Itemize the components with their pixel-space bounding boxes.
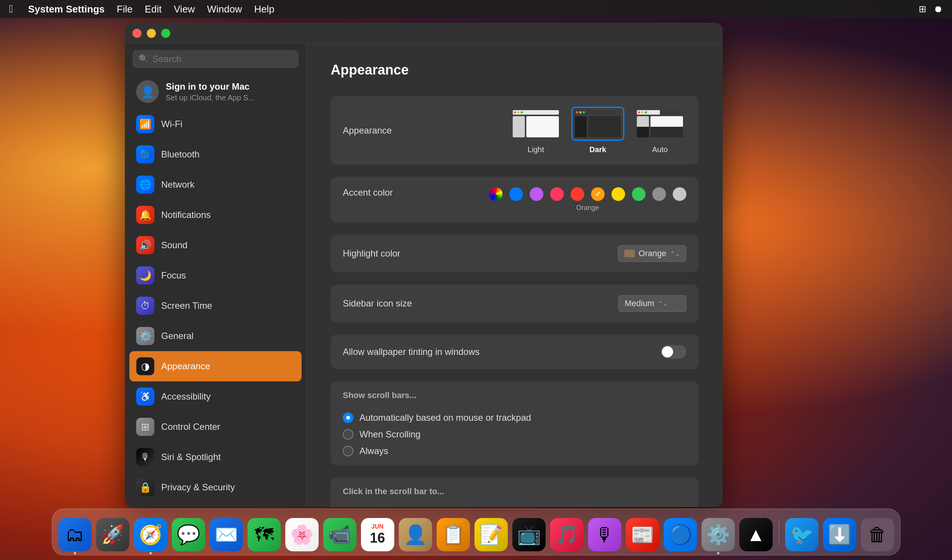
altool-icon: ▲ (747, 524, 765, 546)
mail-icon: ✉️ (215, 524, 238, 546)
dock-item-facetime[interactable]: 📹 (323, 518, 356, 551)
dock-item-systemsettings[interactable]: ⚙️ (702, 518, 735, 551)
dock-item-safari[interactable]: 🧭 (134, 518, 167, 551)
sidebar-icon-size-select[interactable]: Medium ⌃⌄ (618, 295, 686, 312)
dock-item-tweetdeck[interactable]: 🐦 (785, 518, 818, 551)
scrollbars-auto-label: Automatically based on mouse or trackpad (359, 412, 531, 423)
dock-item-messages[interactable]: 💬 (172, 518, 205, 551)
trash-icon: 🗑 (868, 524, 887, 546)
dock-item-reminders[interactable]: 📋 (437, 518, 470, 551)
dock-item-music[interactable]: 🎵 (550, 518, 583, 551)
accent-dot-pink[interactable] (550, 187, 564, 201)
accent-dot-green[interactable] (632, 187, 646, 201)
search-input[interactable] (152, 54, 292, 64)
sidebar-item-wifi[interactable]: 📶 Wi-Fi (129, 109, 302, 139)
scrollbars-auto-option[interactable]: Automatically based on mouse or trackpad (343, 412, 686, 423)
appearance-option-auto[interactable]: Auto (633, 107, 686, 154)
accent-dot-multicolor[interactable] (489, 187, 502, 201)
dock-item-downloads[interactable]: ⬇️ (823, 518, 856, 551)
appearance-option-dark[interactable]: Dark (571, 107, 624, 154)
dock-item-podcasts[interactable]: 🎙 (588, 518, 621, 551)
accent-dot-yellow[interactable] (611, 187, 625, 201)
siri-icon[interactable]: ⏺ (934, 4, 943, 14)
dock-item-photos[interactable]: 🌸 (285, 518, 319, 551)
scrollbars-scrolling-option[interactable]: When Scrolling (343, 429, 686, 440)
sidebar-item-bluetooth[interactable]: 🔵 Bluetooth (129, 139, 302, 170)
accent-dot-blue[interactable] (509, 187, 523, 201)
facetime-icon: 📹 (328, 524, 352, 546)
notifications-icon: 🔔 (136, 206, 154, 224)
accent-selected-label: Orange (576, 204, 599, 212)
appearance-thumb-dark[interactable] (571, 107, 624, 141)
wallpaper-tinting-label: Allow wallpaper tinting in windows (343, 347, 661, 357)
dock-item-news[interactable]: 📰 (626, 518, 659, 551)
app-name-menu[interactable]: System Settings (28, 3, 104, 15)
scrollbars-always-radio[interactable] (343, 446, 353, 456)
music-icon: 🎵 (555, 524, 579, 546)
sidebar-label-privacy: Privacy & Security (161, 482, 235, 493)
dock-item-mail[interactable]: ✉️ (210, 518, 243, 551)
network-icon: 🌐 (136, 176, 154, 194)
search-box[interactable]: 🔍 (132, 50, 299, 68)
edit-menu[interactable]: Edit (145, 3, 162, 15)
appearance-thumb-light[interactable] (509, 107, 562, 141)
dock-item-altool[interactable]: ▲ (739, 518, 773, 551)
sidebar-item-desktop[interactable]: 🖥 Desktop & Dock (129, 502, 302, 507)
sidebar-label-bluetooth: Bluetooth (161, 149, 199, 160)
sidebar-item-privacy[interactable]: 🔒 Privacy & Security (129, 472, 302, 502)
sidebar-item-appearance[interactable]: ◑ Appearance (129, 351, 302, 381)
sidebar-item-accessibility[interactable]: ♿ Accessibility (129, 381, 302, 412)
wallpaper-tinting-toggle[interactable] (661, 345, 686, 359)
accent-dot-silver[interactable] (673, 187, 686, 201)
control-strip-icon[interactable]: ⊞ (919, 4, 926, 14)
dock-item-maps[interactable]: 🗺 (247, 518, 281, 551)
dock-item-appstore[interactable]: 🔵 (664, 518, 697, 551)
dock-item-trash[interactable]: 🗑 (861, 518, 894, 551)
scrollbars-always-option[interactable]: Always (343, 446, 686, 456)
sidebar-item-general[interactable]: ⚙️ General (129, 321, 302, 351)
sidebar-item-controlcenter[interactable]: ⊞ Control Center (129, 412, 302, 442)
sidebar-item-siri[interactable]: 🎙 Siri & Spotlight (129, 442, 302, 472)
scrollbars-scrolling-radio[interactable] (343, 429, 353, 440)
sidebar-label-sound: Sound (161, 240, 187, 250)
sidebar-item-notifications[interactable]: 🔔 Notifications (129, 200, 302, 230)
file-menu[interactable]: File (117, 3, 133, 15)
show-scrollbars-options: Automatically based on mouse or trackpad… (331, 403, 698, 465)
dock-item-launchpad[interactable]: 🚀 (96, 518, 129, 551)
wifi-icon: 📶 (136, 115, 154, 133)
dock-item-finder[interactable]: 🗂 (58, 518, 92, 551)
view-menu[interactable]: View (174, 3, 195, 15)
highlight-color-value: Orange (639, 249, 666, 258)
highlight-color-select[interactable]: Orange ⌃⌄ (618, 245, 686, 262)
dock-item-notes[interactable]: 📝 (474, 518, 508, 551)
appearance-thumb-auto[interactable] (633, 107, 686, 141)
window-menu[interactable]: Window (207, 3, 242, 15)
dock-item-contacts[interactable]: 👤 (399, 518, 432, 551)
close-button[interactable] (132, 29, 142, 38)
scrollbars-auto-radio[interactable] (343, 412, 353, 423)
photos-icon: 🌸 (290, 524, 314, 546)
sidebar-item-sound[interactable]: 🔊 Sound (129, 230, 302, 260)
finder-icon: 🗂 (65, 524, 84, 546)
dock-item-calendar[interactable]: JUN 16 (361, 518, 394, 551)
accent-dot-red[interactable] (571, 187, 584, 201)
accent-dot-graphite[interactable] (652, 187, 666, 201)
apple-menu-icon[interactable]:  (9, 3, 13, 15)
accent-dot-purple[interactable] (530, 187, 543, 201)
sidebar-item-focus[interactable]: 🌙 Focus (129, 260, 302, 291)
maximize-button[interactable] (161, 29, 170, 38)
appearance-option-light[interactable]: Light (509, 107, 562, 154)
sidebar-item-network[interactable]: 🌐 Network (129, 170, 302, 200)
help-menu[interactable]: Help (254, 3, 274, 15)
sidebar-item-user-signin[interactable]: 👤 Sign in to your Mac Set up iCloud, the… (129, 74, 302, 109)
sidebar-item-screentime[interactable]: ⏱ Screen Time (129, 291, 302, 321)
dock-item-appletv[interactable]: 📺 (512, 518, 546, 551)
accent-dot-orange[interactable] (591, 187, 605, 201)
sidebar-label-accessibility: Accessibility (161, 391, 211, 402)
sidebar-icon-size-arrow: ⌃⌄ (658, 300, 668, 307)
news-icon: 📰 (631, 524, 654, 546)
minimize-button[interactable] (147, 29, 156, 38)
accessibility-icon: ♿ (136, 387, 154, 406)
appearance-mode-section: Appearance (331, 96, 698, 165)
systemsettings-icon: ⚙️ (706, 524, 730, 546)
